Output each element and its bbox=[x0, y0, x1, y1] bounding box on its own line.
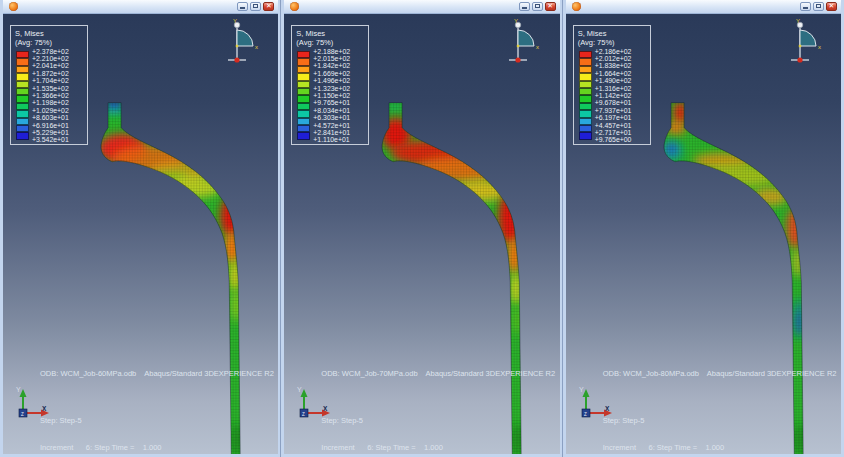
legend-color-swatch bbox=[579, 81, 592, 88]
viewport-canvas[interactable]: S, Mises (Avg: 75%) +2.186e+02+2.012e+02… bbox=[566, 14, 841, 454]
compass-base-handle[interactable] bbox=[516, 57, 521, 62]
legend-color-swatch bbox=[297, 81, 310, 88]
legend-scale: +2.186e+02+2.012e+02+1.838e+02+1.664e+02… bbox=[578, 51, 650, 147]
view-orientation-compass[interactable]: Yx bbox=[498, 16, 546, 68]
abaqus-viewport-icon bbox=[9, 2, 18, 11]
legend-scale: +2.378e+02+2.210e+02+2.041e+02+1.872e+02… bbox=[15, 51, 87, 147]
axis-triad: YZX bbox=[14, 384, 62, 430]
legend-title: S, Mises bbox=[15, 29, 87, 38]
restore-icon[interactable] bbox=[532, 2, 543, 11]
compass-x-label: x bbox=[536, 44, 539, 50]
view-orientation-compass[interactable]: Yx bbox=[780, 16, 828, 68]
legend-color-swatch bbox=[297, 66, 310, 73]
window-controls bbox=[237, 2, 274, 11]
legend-color-swatch bbox=[16, 103, 29, 110]
triad-y-label: Y bbox=[16, 386, 21, 393]
compass-fan[interactable] bbox=[237, 30, 253, 46]
legend-color-swatch bbox=[579, 51, 592, 58]
legend-color-swatch bbox=[16, 81, 29, 88]
viewport-canvas[interactable]: S, Mises (Avg: 75%) +2.188e+02+2.015e+02… bbox=[284, 14, 559, 454]
restore-icon[interactable] bbox=[813, 2, 824, 11]
viewport-titlebar[interactable] bbox=[566, 0, 841, 14]
legend-color-swatch bbox=[16, 118, 29, 125]
axis-triad: YZX bbox=[577, 384, 625, 430]
compass-fan[interactable] bbox=[518, 30, 534, 46]
minimize-icon[interactable] bbox=[237, 2, 248, 11]
legend-title: S, Mises bbox=[296, 29, 368, 38]
legend-color-swatch bbox=[297, 58, 310, 65]
legend-color-swatch bbox=[579, 103, 592, 110]
close-icon[interactable] bbox=[263, 2, 274, 11]
compass-x-label: x bbox=[255, 44, 258, 50]
state-block: Step: Step-5 Increment 6: Step Time = 1.… bbox=[603, 398, 794, 454]
window-controls bbox=[800, 2, 837, 11]
legend-color-swatch bbox=[579, 58, 592, 65]
odb-title-text: ODB: WCM_Job-70MPa.odb Abaqus/Standard 3… bbox=[321, 369, 555, 378]
triad-y-label: Y bbox=[297, 386, 302, 393]
viewport-window-2: S, Mises (Avg: 75%) +2.188e+02+2.015e+02… bbox=[281, 0, 562, 457]
state-line: Step: Step-5 bbox=[603, 416, 794, 425]
legend-color-swatch bbox=[579, 118, 592, 125]
legend-color-swatch bbox=[579, 132, 592, 139]
compass-y-label: Y bbox=[796, 18, 800, 24]
triad-y-label: Y bbox=[579, 386, 584, 393]
legend-color-swatch bbox=[297, 73, 310, 80]
legend-color-swatch bbox=[16, 110, 29, 117]
viewport-canvas[interactable]: S, Mises (Avg: 75%) +2.378e+02+2.210e+02… bbox=[3, 14, 278, 454]
legend-color-swatch bbox=[579, 88, 592, 95]
legend-color-swatch bbox=[16, 58, 29, 65]
legend-color-swatch bbox=[579, 73, 592, 80]
legend-value: +9.765e+00 bbox=[595, 136, 632, 144]
legend-subtitle: (Avg: 75%) bbox=[578, 38, 650, 47]
legend-color-swatch bbox=[297, 110, 310, 117]
legend-color-swatch bbox=[16, 73, 29, 80]
triad-z-label: Z bbox=[21, 412, 24, 417]
triad-z-label: Z bbox=[584, 412, 587, 417]
viewport-window-3: S, Mises (Avg: 75%) +2.186e+02+2.012e+02… bbox=[563, 0, 844, 457]
close-icon[interactable] bbox=[826, 2, 837, 11]
view-orientation-compass[interactable]: Yx bbox=[217, 16, 265, 68]
contour-legend: S, Mises (Avg: 75%) +2.378e+02+2.210e+02… bbox=[10, 25, 88, 145]
legend-color-swatch bbox=[16, 132, 29, 139]
axis-triad: YZX bbox=[295, 384, 343, 430]
legend-color-swatch bbox=[579, 95, 592, 102]
legend-value: +3.542e+01 bbox=[32, 136, 69, 144]
compass-base-handle[interactable] bbox=[797, 57, 802, 62]
window-controls bbox=[519, 2, 556, 11]
legend-subtitle: (Avg: 75%) bbox=[296, 38, 368, 47]
triad-z-label: Z bbox=[302, 412, 305, 417]
minimize-icon[interactable] bbox=[800, 2, 811, 11]
state-line: Increment 6: Step Time = 1.000 bbox=[40, 443, 231, 452]
compass-base-handle[interactable] bbox=[234, 57, 239, 62]
contour-legend: S, Mises (Avg: 75%) +2.188e+02+2.015e+02… bbox=[291, 25, 369, 145]
triad-x-label: X bbox=[323, 405, 328, 412]
legend-color-swatch bbox=[297, 95, 310, 102]
viewport-titlebar[interactable] bbox=[3, 0, 278, 14]
legend-color-swatch bbox=[16, 95, 29, 102]
legend-color-swatch bbox=[297, 125, 310, 132]
close-icon[interactable] bbox=[545, 2, 556, 11]
minimize-icon[interactable] bbox=[519, 2, 530, 11]
legend-color-swatch bbox=[297, 51, 310, 58]
state-line: Step: Step-5 bbox=[40, 416, 231, 425]
legend-color-swatch bbox=[579, 66, 592, 73]
state-block: Step: Step-5 Increment 6: Step Time = 1.… bbox=[321, 398, 512, 454]
legend-scale: +2.188e+02+2.015e+02+1.842e+02+1.669e+02… bbox=[296, 51, 368, 147]
legend-color-swatch bbox=[297, 103, 310, 110]
state-line: Step: Step-5 bbox=[321, 416, 512, 425]
compass-y-label: Y bbox=[233, 18, 237, 24]
legend-color-swatch bbox=[16, 66, 29, 73]
legend-subtitle: (Avg: 75%) bbox=[15, 38, 87, 47]
odb-title-text: ODB: WCM_Job-80MPa.odb Abaqus/Standard 3… bbox=[603, 369, 837, 378]
legend-color-swatch bbox=[297, 118, 310, 125]
restore-icon[interactable] bbox=[250, 2, 261, 11]
legend-color-swatch bbox=[16, 51, 29, 58]
state-line: Increment 6: Step Time = 1.000 bbox=[603, 443, 794, 452]
legend-color-swatch bbox=[16, 88, 29, 95]
legend-value: +1.110e+01 bbox=[313, 136, 349, 144]
viewport-window-1: S, Mises (Avg: 75%) +2.378e+02+2.210e+02… bbox=[0, 0, 281, 457]
compass-fan[interactable] bbox=[800, 30, 816, 46]
legend-color-swatch bbox=[579, 125, 592, 132]
viewport-titlebar[interactable] bbox=[284, 0, 559, 14]
legend-color-swatch bbox=[16, 125, 29, 132]
